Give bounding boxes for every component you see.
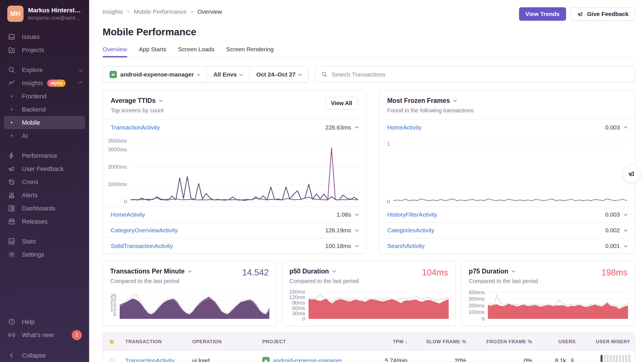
transaction-link[interactable]: TransactionActivity — [111, 124, 160, 131]
column-label: TPM — [393, 339, 404, 344]
column-header-slow-frame[interactable]: SLOW FRAME % — [412, 339, 471, 345]
transaction-link[interactable]: SearchActivity — [387, 243, 425, 249]
ttid-row-transactionactivity[interactable]: TransactionActivity 228.63ms — [103, 120, 366, 135]
frozen-row-categoriesactivity[interactable]: CategoriesActivity 0.002 — [379, 222, 635, 238]
column-header-operation[interactable]: OPERATION — [188, 339, 258, 345]
sidebar-item-frontend[interactable]: Frontend — [4, 90, 85, 103]
sidebar-item-label: Settings — [22, 251, 44, 258]
sidebar-item-label: Explore — [22, 66, 43, 74]
sidebar-item-user-feedback[interactable]: User Feedback — [4, 162, 85, 175]
star-empty-icon[interactable]: ☆ — [103, 356, 121, 362]
slow-frame-cell: 20% — [412, 357, 471, 362]
gear-icon — [7, 251, 16, 258]
sidebar-item-issues[interactable]: Issues — [4, 30, 85, 43]
column-header-project[interactable]: PROJECT — [258, 339, 362, 345]
transaction-link[interactable]: HistoryFilterActivity — [387, 211, 437, 218]
transaction-link[interactable]: TransactionActivity — [125, 357, 174, 362]
transaction-link[interactable]: SolidTransactionActivity — [111, 243, 173, 249]
tab-app-starts[interactable]: App Starts — [139, 46, 166, 57]
card-subtitle: Top screens by count — [111, 107, 164, 114]
org-user-menu[interactable]: MH Markus Hinterst… benjamin.coe@sent… — [4, 4, 85, 23]
sidebar-item-label: Performance — [22, 152, 57, 159]
broadcast-icon — [7, 331, 16, 339]
column-header-tpm[interactable]: TPM ↓ — [362, 339, 412, 345]
sidebar-item-alerts[interactable]: Alerts — [4, 189, 85, 202]
page-filter-bar: android-expense-manager All Envs Oct 24–… — [103, 66, 309, 83]
sidebar-item-insights[interactable]: Insights alpha — [4, 76, 85, 90]
sidebar-item-releases[interactable]: Releases — [4, 215, 85, 228]
project-link[interactable]: android-expense-manager — [273, 357, 342, 362]
lightning-icon — [7, 152, 16, 159]
transaction-link[interactable]: HomeActivity — [111, 211, 145, 218]
frozen-frames-line-chart: 01 — [383, 137, 627, 203]
sidebar-item-projects[interactable]: Projects — [4, 43, 85, 57]
card-title-label: p50 Duration — [289, 268, 329, 275]
table-header-row: ★ TRANSACTION OPERATION PROJECT TPM ↓ SL… — [103, 333, 635, 351]
column-header-transaction[interactable]: TRANSACTION — [121, 339, 188, 345]
transaction-link[interactable]: CategoryOverviewActivity — [111, 227, 178, 234]
sidebar-item-help[interactable]: ? Help — [4, 315, 85, 328]
frozen-row-homeactivity[interactable]: HomeActivity 0.003 — [379, 120, 635, 135]
date-range-filter[interactable]: Oct 24–Oct 27 — [249, 67, 308, 82]
ttid-row-homeactivity[interactable]: HomeActivity 1.08s — [103, 206, 366, 222]
column-header-user-misery[interactable]: USER MISERY — [580, 339, 635, 345]
star-filled-icon[interactable]: ★ — [103, 338, 121, 346]
chevron-down-icon — [624, 228, 627, 232]
tpm-value: 14.542 — [242, 268, 269, 278]
transaction-link[interactable]: HomeActivity — [387, 124, 422, 131]
project-filter[interactable]: android-expense-manager — [103, 67, 207, 82]
ttid-value: 228.63ms — [325, 124, 351, 131]
sidebar-item-label: Frontend — [22, 93, 47, 100]
average-ttids-title[interactable]: Average TTIDs — [111, 97, 164, 105]
siren-icon — [7, 191, 16, 199]
alpha-badge: alpha — [47, 80, 66, 87]
chevron-down-icon — [512, 269, 515, 273]
sidebar-item-dashboards[interactable]: Dashboards — [4, 202, 85, 215]
breadcrumb-mobile-performance[interactable]: Mobile Performance — [134, 8, 186, 15]
frozen-row-searchactivity[interactable]: SearchActivity 0.001 — [379, 238, 635, 254]
megaphone-icon — [577, 11, 584, 17]
sidebar-item-settings[interactable]: Settings — [4, 248, 85, 261]
sidebar-item-ai[interactable]: AI — [4, 129, 85, 142]
user-misery-bar — [601, 355, 630, 362]
tab-screen-loads[interactable]: Screen Loads — [178, 46, 215, 57]
view-all-button[interactable]: View All — [325, 97, 358, 110]
sidebar-item-mobile[interactable]: Mobile — [4, 116, 85, 129]
most-frozen-frames-title[interactable]: Most Frozen Frames — [387, 97, 474, 105]
search-input[interactable] — [332, 71, 629, 78]
transaction-search[interactable] — [315, 66, 635, 83]
tpm-title[interactable]: Transactions Per Minute — [110, 268, 191, 275]
sidebar-item-label: Alerts — [22, 192, 38, 199]
p75-title[interactable]: p75 Duration — [469, 268, 538, 275]
column-header-users[interactable]: USERS — [537, 339, 580, 345]
feedback-widget-button[interactable] — [623, 165, 641, 183]
insights-icon — [7, 79, 16, 87]
ttid-row-solidtransactionactivity[interactable]: SolidTransactionActivity 100.18ms — [103, 238, 366, 254]
chevron-down-icon — [188, 269, 192, 273]
chevron-down-icon — [332, 269, 336, 273]
sidebar-item-whats-new[interactable]: What's new 1 — [4, 328, 85, 342]
sidebar-item-explore[interactable]: Explore — [4, 63, 85, 76]
sidebar-item-crons[interactable]: Crons — [4, 175, 85, 189]
sidebar-item-stats[interactable]: Stats — [4, 235, 85, 248]
sidebar-collapse-button[interactable]: Collapse — [4, 349, 85, 362]
give-feedback-button[interactable]: Give Feedback — [571, 7, 635, 21]
transaction-link[interactable]: CategoriesActivity — [387, 227, 434, 234]
sidebar-item-performance[interactable]: Performance — [4, 149, 85, 162]
column-header-frozen-frame[interactable]: FROZEN FRAME % — [471, 339, 537, 345]
tab-screen-rendering[interactable]: Screen Rendering — [226, 46, 274, 57]
ttid-row-categoryoverviewactivity[interactable]: CategoryOverviewActivity 126.19ms — [103, 222, 366, 238]
breadcrumb-separator: > — [127, 9, 130, 15]
sidebar-item-backend[interactable]: Backend — [4, 103, 85, 116]
frozen-row-historyfilteractivity[interactable]: HistoryFilterActivity 0.003 — [379, 206, 635, 222]
view-trends-button[interactable]: View Trends — [519, 7, 566, 21]
card-title-label: Most Frozen Frames — [387, 97, 450, 105]
chevron-down-icon — [355, 228, 359, 232]
sidebar-item-label: Backend — [22, 106, 46, 113]
breadcrumb-insights[interactable]: Insights — [103, 8, 123, 15]
card-title-label: Transactions Per Minute — [110, 268, 185, 275]
p50-title[interactable]: p50 Duration — [289, 268, 359, 275]
collapse-chevron-icon — [7, 352, 16, 359]
tab-overview[interactable]: Overview — [103, 46, 127, 57]
environment-filter[interactable]: All Envs — [207, 67, 249, 82]
